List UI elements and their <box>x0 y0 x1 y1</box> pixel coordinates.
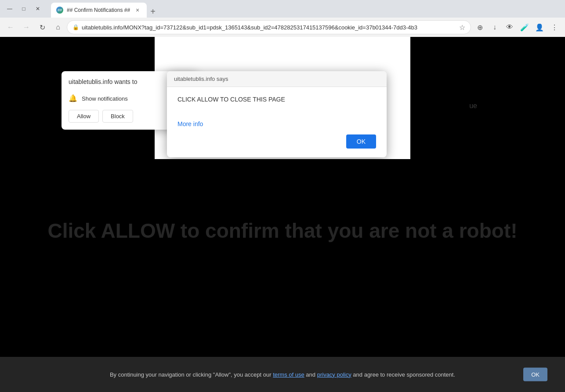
consent-bar: By continuing your navigation or clickin… <box>0 357 565 392</box>
bookmark-icon[interactable]: ☆ <box>459 23 465 32</box>
consent-before-text: By continuing your navigation or clickin… <box>110 371 272 378</box>
address-bar[interactable]: 🔒 uitabletublis.info/MONX?tag_id=737122&… <box>67 20 471 34</box>
page-main-text: Click ALLOW to confirm that you are not … <box>0 219 565 243</box>
active-tab[interactable]: ## ## Confirm Notifications ## × <box>51 3 147 18</box>
tab-close-button[interactable]: × <box>134 6 141 14</box>
extension-lab-button[interactable]: 🧪 <box>518 20 532 34</box>
reload-button[interactable]: ↻ <box>35 20 49 34</box>
more-info-link[interactable]: More info <box>167 120 387 134</box>
site-dialog-message: CLICK ALLOW TO CLOSE THIS PAGE <box>177 96 376 103</box>
site-dialog-body: CLICK ALLOW TO CLOSE THIS PAGE <box>167 87 387 120</box>
zoom-button[interactable]: ⊕ <box>473 20 487 34</box>
block-button[interactable]: Block <box>102 110 133 123</box>
profile-button[interactable]: 👤 <box>532 20 547 34</box>
site-dialog: uitabletublis.info says CLICK ALLOW TO C… <box>167 71 387 157</box>
show-notifications-text: Show notifications <box>82 95 128 102</box>
bell-icon: 🔔 <box>69 94 77 103</box>
address-lock-icon: 🔒 <box>72 24 79 30</box>
home-button[interactable]: ⌂ <box>51 20 65 34</box>
browser-frame: — □ ✕ ## ## Confirm Notifications ## × +… <box>0 0 565 392</box>
new-tab-button[interactable]: + <box>147 5 159 18</box>
back-button[interactable]: ← <box>4 20 18 34</box>
address-text: uitabletublis.info/MONX?tag_id=737122&su… <box>82 24 456 31</box>
menu-button[interactable]: ⋮ <box>547 20 561 34</box>
page-area: ue Click ALLOW to confirm that you are n… <box>0 37 565 392</box>
page-continue-text: ue <box>469 102 477 110</box>
extension-eye-button[interactable]: 👁 <box>503 20 517 34</box>
privacy-link[interactable]: privacy policy <box>317 371 351 378</box>
forward-button[interactable]: → <box>19 20 33 34</box>
close-button[interactable]: ✕ <box>32 3 44 15</box>
site-dialog-titlebar: uitabletublis.info says <box>167 71 387 87</box>
toolbar-right: ⊕ ↓ 👁 🧪 👤 ⋮ <box>473 20 561 34</box>
tab-bar: ## ## Confirm Notifications ## × + <box>51 0 561 18</box>
minimize-button[interactable]: — <box>4 3 16 15</box>
terms-link[interactable]: terms of use <box>273 371 304 378</box>
consent-text: By continuing your navigation or clickin… <box>110 371 455 378</box>
tab-favicon-icon: ## <box>58 8 62 12</box>
consent-after-text: and agree to receive sponsored content. <box>353 371 455 378</box>
notif-popup-title: uitabletublis.info wants to <box>69 78 137 85</box>
title-bar: — □ ✕ ## ## Confirm Notifications ## × + <box>0 0 565 18</box>
window-controls: — □ ✕ <box>4 3 44 15</box>
tab-favicon: ## <box>56 7 63 14</box>
consent-and-text: and <box>306 371 315 378</box>
extension-download-button[interactable]: ↓ <box>488 20 502 34</box>
site-dialog-footer: OK <box>167 134 387 157</box>
tab-title: ## Confirm Notifications ## <box>67 7 130 13</box>
allow-button[interactable]: Allow <box>69 110 99 123</box>
consent-ok-button[interactable]: OK <box>523 368 547 381</box>
toolbar: ← → ↻ ⌂ 🔒 uitabletublis.info/MONX?tag_id… <box>0 18 565 37</box>
maximize-button[interactable]: □ <box>18 3 30 15</box>
site-dialog-ok-button[interactable]: OK <box>346 134 376 149</box>
